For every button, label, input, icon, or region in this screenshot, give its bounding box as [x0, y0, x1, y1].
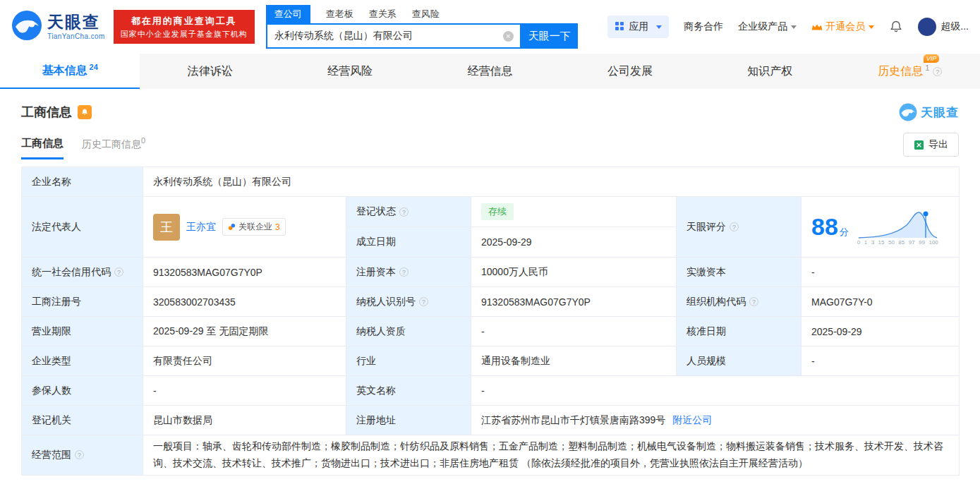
help-icon[interactable]: ? — [749, 297, 758, 306]
tab-legal-proceedings[interactable]: 法律诉讼 — [140, 54, 279, 89]
search-tab-relation[interactable]: 查关系 — [369, 8, 397, 20]
nav-open-vip[interactable]: 开通会员 — [811, 20, 874, 33]
table-row: 企业名称 永利传动系统（昆山）有限公司 — [22, 167, 960, 197]
excel-icon — [914, 140, 924, 150]
score-number: 88分 — [811, 213, 849, 241]
tab-label: 经营信息 — [467, 64, 512, 79]
apps-menu[interactable]: 应用 — [607, 16, 669, 38]
tab-label: 法律诉讼 — [188, 64, 233, 79]
search-button[interactable]: 天眼一下 — [521, 23, 578, 49]
field-value-reg-capital: 10000万人民币 — [471, 258, 677, 287]
field-value-business-term: 2025-09-29 至 无固定期限 — [143, 317, 346, 346]
brand-name: 天眼查 — [47, 14, 105, 30]
status-badge: 存续 — [481, 203, 514, 220]
field-label-legal-rep: 法定代表人 — [22, 197, 143, 258]
table-row: 经营范围? 一般项目：轴承、齿轮和传动部件制造；橡胶制品制造；针纺织品及原料销售… — [22, 435, 960, 476]
field-value-legal-rep: 王 王亦宜 关联企业 3 — [143, 197, 346, 258]
field-value-credit-code: 91320583MAG07G7Y0P — [143, 258, 346, 287]
user-menu[interactable]: 超级... — [918, 18, 969, 36]
tab-operation-risk[interactable]: 经营风险 — [280, 54, 420, 89]
help-icon[interactable]: ? — [730, 222, 739, 231]
field-value-staff-size: - — [801, 346, 960, 376]
search-tab-risk[interactable]: 查风险 — [412, 8, 440, 20]
section-title: 工商信息 — [21, 104, 72, 121]
chevron-down-icon — [656, 25, 662, 29]
tab-label: 经营风险 — [327, 64, 373, 79]
field-value-reg-authority: 昆山市数据局 — [143, 406, 346, 435]
nav-business-cooperation[interactable]: 商务合作 — [684, 20, 723, 33]
help-icon[interactable]: ? — [75, 450, 84, 459]
export-label: 导出 — [928, 138, 948, 151]
field-value-reg-number: 320583002703435 — [143, 287, 346, 317]
tianyancha-logo[interactable]: 天眼查 TianYanCha.com — [11, 10, 105, 44]
tab-intellectual-property[interactable]: 知识产权 — [700, 54, 840, 89]
header-nav: 应用 商务合作 企业级产品 开通会员 — [607, 16, 969, 38]
field-label-english-name: 英文名称 — [346, 376, 471, 406]
field-label-credit-code: 统一社会信用代码? — [22, 258, 143, 287]
enterprise-label: 企业级产品 — [738, 20, 787, 33]
field-label-reg-address: 注册地址 — [346, 406, 471, 435]
chevron-down-icon — [791, 25, 797, 29]
logo-icon — [11, 10, 42, 44]
field-label-paid-capital: 实缴资本 — [677, 258, 801, 287]
notification-bell-icon[interactable] — [889, 20, 903, 34]
tab-operation-info[interactable]: 经营信息 — [420, 54, 559, 89]
tab-history-info[interactable]: VIP 历史信息 1 ? — [840, 54, 980, 89]
company-nav-tabs: 基本信息 24 法律诉讼 经营风险 经营信息 公司发展 知识产权 VIP 历史信… — [0, 54, 980, 89]
field-label-taxpayer-id: 纳税人识别号? — [346, 287, 471, 317]
avatar — [918, 18, 936, 36]
field-value-company-name: 永利传动系统（昆山）有限公司 — [143, 167, 960, 197]
field-label-business-term: 营业期限 — [22, 317, 143, 346]
table-row: 营业期限 2025-09-29 至 无固定期限 纳税人资质 - 核准日期 202… — [22, 317, 960, 346]
table-row: 法定代表人 王 王亦宜 关联企业 3 — [22, 197, 960, 227]
chevron-down-icon — [869, 25, 874, 29]
tab-basic-info[interactable]: 基本信息 24 — [0, 54, 140, 89]
nav-enterprise-products[interactable]: 企业级产品 — [738, 20, 797, 33]
tab-company-development[interactable]: 公司发展 — [560, 54, 700, 89]
field-label-company-name: 企业名称 — [22, 167, 143, 197]
nearby-companies-link[interactable]: 附近公司 — [672, 414, 712, 425]
field-label-reg-status: 登记状态? — [346, 197, 471, 227]
legal-rep-avatar[interactable]: 王 — [153, 214, 180, 241]
help-icon[interactable]: ? — [419, 297, 428, 306]
score-axis: 0131550859799100 — [857, 240, 938, 246]
watermark-icon — [899, 103, 917, 121]
subtab-business-info[interactable]: 工商信息 — [21, 137, 63, 159]
field-value-approval-date: 2025-09-29 — [801, 317, 960, 346]
clear-search-icon[interactable]: × — [503, 31, 514, 42]
help-icon[interactable]: ? — [114, 267, 123, 277]
export-button[interactable]: 导出 — [903, 133, 959, 157]
field-label-reg-authority: 登记机关 — [22, 406, 143, 435]
main-content: 工商信息 天眼查 工商信息 历史工商信息0 — [0, 103, 980, 476]
subtab-history-business-info[interactable]: 历史工商信息0 — [82, 136, 145, 159]
legal-rep-link[interactable]: 王亦宜 — [186, 221, 216, 234]
search-box: × — [266, 23, 521, 49]
help-icon[interactable]: ? — [399, 267, 409, 277]
table-row: 企业类型 有限责任公司 行业 通用设备制造业 人员规模 - — [22, 346, 960, 376]
search-input[interactable] — [267, 30, 503, 42]
slogan-line1: 都在用的商业查询工具 — [121, 14, 248, 28]
field-label-reg-number: 工商注册号 — [22, 287, 143, 317]
business-info-table: 企业名称 永利传动系统（昆山）有限公司 法定代表人 王 王亦宜 — [21, 167, 960, 476]
watermark-logo: 天眼查 — [899, 103, 959, 121]
address-text: 江苏省苏州市昆山市千灯镇景唐南路399号 — [481, 414, 665, 425]
table-row: 统一社会信用代码? 91320583MAG07G7Y0P 注册资本? 10000… — [22, 258, 960, 287]
field-value-org-code: MAG07G7Y-0 — [801, 287, 960, 317]
vip-badge: VIP — [924, 54, 940, 64]
score-curve-chart: 0131550859799100 — [857, 208, 938, 246]
subtab-history-label: 历史工商信息 — [82, 138, 141, 150]
subtab-history-count: 0 — [141, 136, 145, 145]
help-icon[interactable]: ? — [399, 207, 409, 217]
search-tab-company[interactable]: 查公司 — [266, 5, 310, 23]
subscribe-bell-icon[interactable] — [78, 105, 92, 119]
username: 超级... — [940, 20, 969, 33]
field-label-staff-size: 人员规模 — [677, 346, 801, 376]
field-label-score: 天眼评分? — [677, 197, 801, 258]
search-tab-boss[interactable]: 查老板 — [326, 8, 353, 20]
field-label-org-code: 组织机构代码? — [677, 287, 801, 317]
slogan-line2: 国家中小企业发展子基金旗下机构 — [121, 28, 248, 40]
help-icon[interactable]: ? — [933, 67, 942, 76]
related-companies-badge[interactable]: 关联企业 3 — [222, 218, 286, 236]
table-row: 参保人数 - 英文名称 - — [22, 376, 960, 406]
field-value-score: 88分 0131550859799100 — [801, 197, 960, 258]
